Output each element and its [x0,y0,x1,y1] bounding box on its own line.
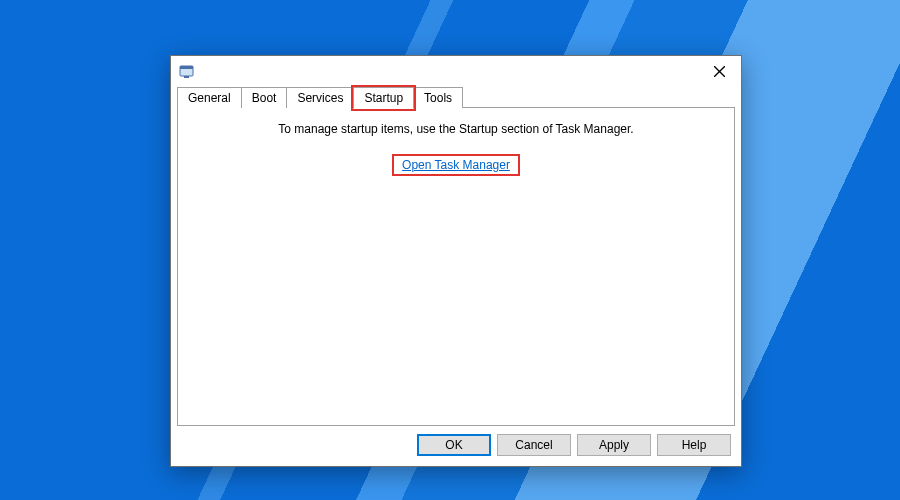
link-wrap: Open Task Manager [178,154,734,176]
cancel-button[interactable]: Cancel [497,434,571,456]
tab-startup[interactable]: Startup [353,87,414,109]
tab-boot[interactable]: Boot [241,87,288,108]
startup-hint-text: To manage startup items, use the Startup… [178,122,734,136]
tab-general[interactable]: General [177,87,242,108]
help-button[interactable]: Help [657,434,731,456]
open-task-manager-link[interactable]: Open Task Manager [398,156,514,174]
startup-panel: To manage startup items, use the Startup… [177,108,735,426]
link-highlight: Open Task Manager [392,154,520,176]
apply-button[interactable]: Apply [577,434,651,456]
titlebar [171,56,741,86]
msconfig-window: General Boot Services Startup Tools To m… [170,55,742,467]
desktop-background: General Boot Services Startup Tools To m… [0,0,900,500]
tab-services[interactable]: Services [286,87,354,108]
tab-row: General Boot Services Startup Tools [171,86,741,108]
app-icon [179,63,195,79]
svg-rect-1 [180,66,193,69]
svg-rect-2 [184,76,189,78]
tab-tools[interactable]: Tools [413,87,463,108]
close-button[interactable] [699,58,739,84]
ok-button[interactable]: OK [417,434,491,456]
close-icon [714,66,725,77]
dialog-buttons: OK Cancel Apply Help [417,434,731,456]
